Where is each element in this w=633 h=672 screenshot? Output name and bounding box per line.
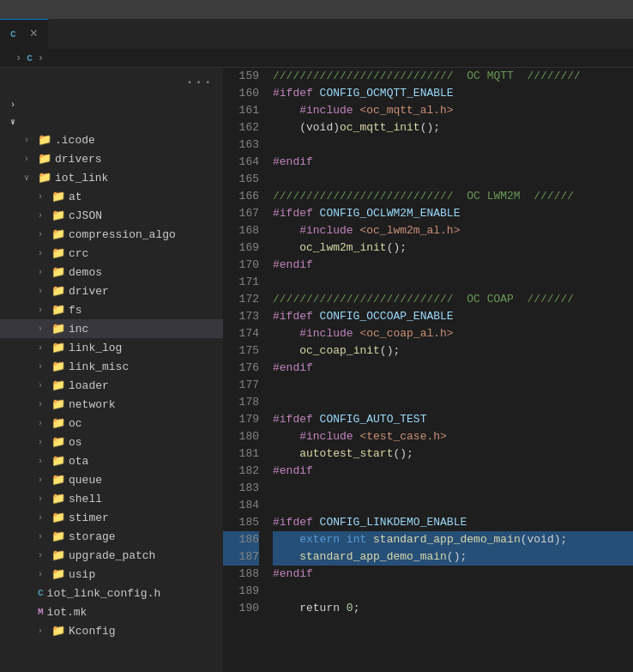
sidebar-item-link-log[interactable]: › 📁 link_log: [0, 338, 223, 357]
code-line[interactable]: #endif: [273, 154, 633, 171]
code-line[interactable]: /////////////////////////// OC LWM2M ///…: [273, 188, 633, 205]
folder-icon: 📁: [51, 209, 65, 222]
code-line[interactable]: #include <oc_mqtt_al.h>: [273, 102, 633, 119]
code-line[interactable]: /////////////////////////// OC COAP ////…: [273, 291, 633, 308]
code-line[interactable]: return 0;: [273, 600, 633, 617]
line-number: 180: [223, 428, 259, 445]
sidebar-item-queue[interactable]: › 📁 queue: [0, 470, 223, 489]
line-number: 160: [223, 85, 259, 102]
sidebar-item-kconfig[interactable]: › 📁 Kconfig: [0, 621, 223, 640]
folder-chevron: ›: [38, 457, 48, 466]
folder-chevron: ›: [38, 438, 48, 447]
sidebar-item-link-misc[interactable]: › 📁 link_misc: [0, 357, 223, 376]
code-line[interactable]: autotest_start();: [273, 445, 633, 463]
sidebar-item-demos[interactable]: › 📁 demos: [0, 263, 223, 282]
code-line[interactable]: #endif: [273, 360, 633, 377]
line-number: 171: [223, 274, 259, 291]
sidebar-item-fs[interactable]: › 📁 fs: [0, 300, 223, 319]
folder-chevron: ∨: [24, 173, 34, 183]
line-number: 185: [223, 514, 259, 531]
code-line[interactable]: #endif: [273, 463, 633, 480]
code-line[interactable]: [273, 171, 633, 188]
code-line[interactable]: [273, 394, 633, 411]
code-line[interactable]: /////////////////////////// OC MQTT ////…: [273, 68, 633, 85]
code-line[interactable]: #include <oc_coap_al.h>: [273, 325, 633, 342]
code-line[interactable]: oc_coap_init();: [273, 342, 633, 360]
sidebar-item-label: Kconfig: [69, 625, 116, 638]
folder-chevron: ›: [38, 343, 48, 353]
code-line[interactable]: #ifdef CONFIG_OCMQTT_ENABLE: [273, 85, 633, 102]
tab-link-main-c[interactable]: C ×: [0, 19, 48, 49]
line-number: 184: [223, 497, 259, 514]
code-line[interactable]: #include <test_case.h>: [273, 428, 633, 445]
code-line[interactable]: standard_app_demo_main();: [273, 548, 633, 566]
sidebar-item-label: crc: [69, 247, 88, 260]
open-editors-section[interactable]: ›: [0, 97, 223, 113]
code-line[interactable]: [273, 136, 633, 154]
sidebar-item-label: iot_link: [55, 172, 108, 185]
sidebar-item-loader[interactable]: › 📁 loader: [0, 376, 223, 395]
line-number: 172: [223, 291, 259, 308]
sidebar-item-inc[interactable]: › 📁 inc: [0, 319, 223, 338]
code-line[interactable]: #endif: [273, 257, 633, 274]
line-number: 162: [223, 119, 259, 136]
sidebar-item-icode[interactable]: › 📁 .icode: [0, 130, 223, 149]
code-line[interactable]: #ifdef CONFIG_OCLWM2M_ENABLE: [273, 205, 633, 222]
sidebar-item-shell[interactable]: › 📁 shell: [0, 489, 223, 508]
code-line[interactable]: [273, 480, 633, 497]
sidebar-more-button[interactable]: ···: [185, 75, 213, 90]
iot-link-section[interactable]: ∨: [0, 113, 223, 130]
code-line[interactable]: #endif: [273, 566, 633, 583]
sidebar-item-compression-algo[interactable]: › 📁 compression_algo: [0, 225, 223, 244]
folder-icon: 📁: [51, 322, 65, 336]
folder-icon: 📁: [38, 171, 51, 185]
sidebar-item-label: queue: [69, 474, 102, 487]
tab-close-button[interactable]: ×: [30, 27, 39, 41]
line-number: 182: [223, 463, 259, 480]
folder-icon: 📁: [51, 360, 65, 373]
code-content[interactable]: /////////////////////////// OC MQTT ////…: [266, 68, 633, 672]
code-line[interactable]: [273, 274, 633, 291]
sidebar-item-usip[interactable]: › 📁 usip: [0, 565, 223, 584]
line-number: 179: [223, 411, 259, 428]
sidebar-item-network[interactable]: › 📁 network: [0, 395, 223, 414]
sidebar-item-stimer[interactable]: › 📁 stimer: [0, 508, 223, 527]
folder-chevron: ›: [38, 211, 48, 221]
sidebar-item-oc[interactable]: › 📁 oc: [0, 414, 223, 433]
code-editor[interactable]: 1591601611621631641651661671681691701711…: [223, 68, 633, 672]
code-line[interactable]: [273, 377, 633, 394]
sidebar-item-at[interactable]: › 📁 at: [0, 187, 223, 206]
code-line[interactable]: #include <oc_lwm2m_al.h>: [273, 222, 633, 239]
line-number: 174: [223, 325, 259, 342]
code-line[interactable]: oc_lwm2m_init();: [273, 239, 633, 257]
folder-chevron: ›: [24, 136, 34, 145]
folder-chevron: ›: [38, 192, 48, 202]
code-line[interactable]: #ifdef CONFIG_LINKDEMO_ENABLE: [273, 514, 633, 531]
sidebar-item-driver[interactable]: › 📁 driver: [0, 282, 223, 300]
code-line[interactable]: [273, 497, 633, 514]
code-line[interactable]: #ifdef CONFIG_AUTO_TEST: [273, 411, 633, 428]
sidebar-item-label: loader: [69, 379, 109, 392]
code-line[interactable]: #ifdef CONFIG_OCCOAP_ENABLE: [273, 308, 633, 325]
sidebar-item-crc[interactable]: › 📁 crc: [0, 244, 223, 263]
sidebar-item-upgrade-patch[interactable]: › 📁 upgrade_patch: [0, 546, 223, 565]
code-line[interactable]: [273, 583, 633, 600]
code-line[interactable]: (void)oc_mqtt_init();: [273, 119, 633, 136]
folder-icon: 📁: [51, 511, 65, 524]
sidebar-item-iot-link-config[interactable]: C iot_link_config.h: [0, 584, 223, 602]
folder-icon: 📁: [38, 152, 51, 166]
code-line[interactable]: extern int standard_app_demo_main(void);: [273, 531, 633, 548]
sidebar-item-drivers[interactable]: › 📁 drivers: [0, 149, 223, 168]
sidebar-item-label: .icode: [55, 134, 95, 147]
line-number: 163: [223, 136, 259, 154]
line-number: 181: [223, 445, 259, 463]
sidebar-item-os[interactable]: › 📁 os: [0, 433, 223, 451]
sidebar-item-iot-link[interactable]: ∨ 📁 iot_link: [0, 168, 223, 187]
sidebar-item-label: link_misc: [69, 360, 129, 373]
sidebar-item-label: ota: [69, 455, 88, 468]
sidebar-item-storage[interactable]: › 📁 storage: [0, 527, 223, 546]
sidebar-item-iot-mk[interactable]: M iot.mk: [0, 602, 223, 621]
sidebar-item-cjson[interactable]: › 📁 cJSON: [0, 206, 223, 225]
sidebar-item-label: network: [69, 398, 116, 411]
sidebar-item-ota[interactable]: › 📁 ota: [0, 451, 223, 470]
